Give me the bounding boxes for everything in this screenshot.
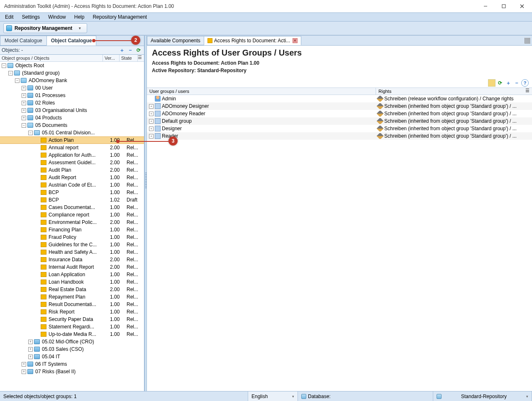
tree-row[interactable]: −(Standard group) [0,69,144,77]
col-user-groups[interactable]: User groups / users [147,88,376,95]
add-object-button[interactable]: ＋ [118,46,126,54]
tree-row[interactable]: −05 Documents [0,122,144,129]
expand-icon[interactable]: + [28,347,33,352]
tree-row[interactable]: Security Paper Data1.00Rel... [0,316,144,323]
collapse-icon[interactable]: − [8,71,13,75]
tree-row[interactable]: Audit Plan2.00Rel... [0,166,144,174]
menu-repository-management[interactable]: Repository Management [90,13,149,21]
tree-row[interactable]: +05.02 Mid-Office (CRO) [0,338,144,345]
expand-icon[interactable]: + [22,369,26,374]
status-language-dropdown[interactable]: English ▾ [248,391,298,401]
expand-icon[interactable]: + [149,126,154,131]
tree-row[interactable]: Repayment Plan1.00Rel... [0,293,144,301]
menu-edit[interactable]: Edit [2,13,16,21]
collapse-icon[interactable]: − [28,131,33,135]
tree-row[interactable]: Environmental Polic...2.00Rel... [0,219,144,226]
rights-row[interactable]: +Default groupSchreiben (inherited from … [147,117,532,125]
tree-row[interactable]: −Objects Root [0,62,144,69]
refresh-objects-button[interactable]: ⟳ [135,46,142,54]
expand-icon[interactable]: + [22,108,26,113]
tree-row[interactable]: −05.01 Central Division... [0,129,144,136]
rights-row[interactable]: AdminSchreiben (release workflow configu… [147,95,532,102]
tree-row[interactable]: Austrian Code of Et...1.00Rel... [0,181,144,189]
expand-icon[interactable]: + [149,112,154,116]
expand-icon[interactable]: + [22,93,26,98]
close-button[interactable] [513,0,531,12]
tree-row[interactable]: Loan Application1.00Rel... [0,271,144,278]
tree-row[interactable]: Loan Handbook1.00Rel... [0,278,144,286]
maximize-button[interactable] [495,0,513,12]
tree-row[interactable]: Annual report2.00Rel... [0,144,144,151]
tree-row[interactable]: +05.04 IT [0,353,144,360]
tree-row[interactable]: Fraud Policy1.00Rel... [0,233,144,241]
tree-row[interactable]: Health and Safety A...1.00Rel... [0,248,144,256]
remove-object-button[interactable]: − [127,46,134,54]
tab-model-catalogue[interactable]: Model Catalogue [0,36,47,46]
collapse-icon[interactable]: − [15,78,20,83]
tree-row[interactable]: BCP1.00Rel... [0,189,144,196]
tree-col-name[interactable]: Object groups / Objects [0,55,103,61]
tab-object-catalogue[interactable]: Object Catalogue [46,36,97,46]
tree-row[interactable]: +04 Products [0,114,144,122]
tree-row[interactable]: Internal Audit Report2.00Rel... [0,263,144,271]
tree-row[interactable]: −ADOmoney Bank [0,77,144,84]
tree-row[interactable]: +06 IT Systems [0,360,144,368]
tree-col-state[interactable]: State [120,55,138,61]
tree-row[interactable]: Statement Regardi...1.00Rel... [0,323,144,331]
collapse-icon[interactable]: − [2,63,6,68]
rights-row[interactable]: +ReaderSchreiben (inherited from object … [147,132,532,140]
tree-row[interactable]: Guidelines for the C...1.00Rel... [0,241,144,248]
tree-row[interactable]: Audit Report1.00Rel... [0,174,144,181]
tree-col-config-icon[interactable]: ☰ [138,55,144,61]
tree-row[interactable]: Action Plan1.00Rel... [0,136,144,144]
object-tree[interactable]: −Objects Root−(Standard group)−ADOmoney … [0,62,144,391]
tree-row[interactable]: +01 Processes [0,92,144,99]
tree-row[interactable]: +00 User [0,84,144,92]
objects-label[interactable]: Objects: - [2,47,23,53]
repository-management-dropdown[interactable]: Repository Management [3,23,87,33]
refresh-rights-button[interactable]: ⟳ [496,79,504,87]
status-repository-dropdown[interactable]: Standard-Repository ▾ [433,391,532,401]
tree-row[interactable]: Result Documentati...1.00Rel... [0,301,144,308]
tree-row[interactable]: Compliance report1.00Rel... [0,211,144,219]
rights-row[interactable]: +DesignerSchreiben (inherited from objec… [147,125,532,132]
tree-row[interactable]: Up-to-date Media R...1.00Rel... [0,331,144,338]
tree-row[interactable]: +07 Risks (Basel II) [0,368,144,375]
expand-icon[interactable]: + [22,86,26,90]
tree-row[interactable]: BCP1.02Draft [0,196,144,204]
tree-row[interactable]: Financing Plan1.00Rel... [0,226,144,233]
rights-row[interactable]: +ADOmoney DesignerSchreiben (inherited f… [147,102,532,110]
expand-icon[interactable]: + [149,104,154,109]
expand-icon[interactable]: + [22,362,26,367]
menu-help[interactable]: Help [72,13,87,21]
tree-row[interactable]: +03 Organisational Units [0,107,144,114]
status-database[interactable]: Database: [298,391,433,401]
tree-col-version[interactable]: Ver... [103,55,120,61]
col-rights[interactable]: Rights [376,88,525,95]
collapse-icon[interactable]: − [22,123,26,128]
help-button[interactable]: ? [521,79,529,87]
menu-window[interactable]: Window [46,13,68,21]
remove-right-button[interactable]: − [513,79,520,87]
expand-icon[interactable]: + [149,134,154,139]
expand-icon[interactable]: + [28,340,33,344]
menu-settings[interactable]: Settings [20,13,42,21]
col-config-icon[interactable]: ☰ [525,88,532,95]
rights-row[interactable]: +ADOmoney ReaderSchreiben (inherited fro… [147,110,532,117]
tree-row[interactable]: Insurance Data2.00Rel... [0,256,144,263]
expand-icon[interactable]: + [28,355,33,359]
expand-icon[interactable]: + [149,119,154,124]
add-right-button[interactable]: ＋ [505,79,512,87]
tree-row[interactable]: Cases Documentat...1.00Rel... [0,204,144,211]
tab-available-components[interactable]: Available Components [147,36,204,45]
close-tab-button[interactable]: ✕ [293,38,298,43]
tree-row[interactable]: Real Estate Data2.00Rel... [0,286,144,293]
expand-icon[interactable]: + [22,116,26,120]
tree-row[interactable]: Risk Report1.00Rel... [0,308,144,316]
tab-access-rights[interactable]: Access Rights to Document: Acti... ✕ [204,36,301,45]
tree-row[interactable]: Application for Auth...1.00Rel... [0,151,144,159]
expand-icon[interactable]: + [22,101,26,105]
add-user-button[interactable] [488,79,495,87]
tree-row[interactable]: +02 Roles [0,99,144,107]
tree-row[interactable]: Assessment Guidel...2.00Rel... [0,159,144,166]
